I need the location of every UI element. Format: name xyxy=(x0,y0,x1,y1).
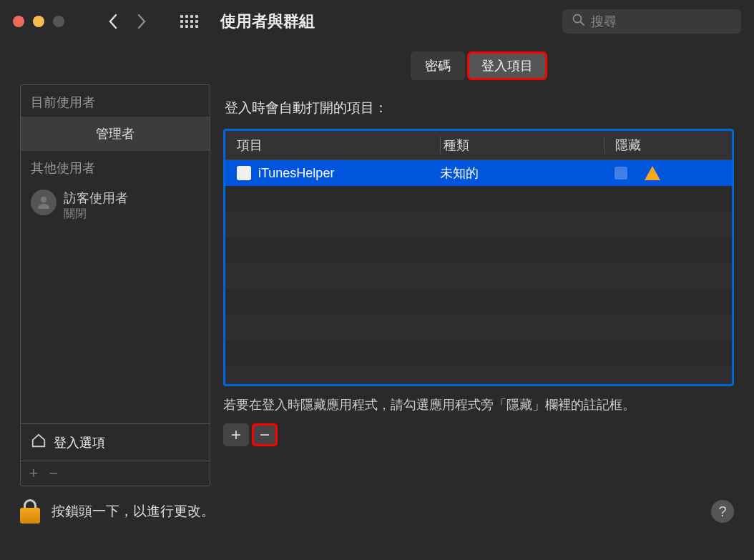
admin-label: 管理者 xyxy=(31,125,200,142)
show-all-icon[interactable] xyxy=(180,15,196,28)
window-title: 使用者與群組 xyxy=(220,11,315,32)
tabs: 密碼 登入項目 xyxy=(223,51,734,80)
other-users-header: 其他使用者 xyxy=(21,151,210,182)
table-row-empty xyxy=(225,237,732,263)
section-title: 登入時會自動打開的項目： xyxy=(225,99,734,117)
tab-password[interactable]: 密碼 xyxy=(411,51,465,80)
guest-status: 關閉 xyxy=(64,207,128,222)
hide-cell xyxy=(604,166,732,180)
search-box[interactable] xyxy=(562,9,741,34)
titlebar: 使用者與群組 xyxy=(0,0,754,43)
sidebar-footer: + − xyxy=(21,461,210,486)
sidebar-item-guest[interactable]: 訪客使用者 關閉 xyxy=(21,182,210,229)
help-button[interactable]: ? xyxy=(711,500,734,523)
login-options-button[interactable]: 登入選項 xyxy=(21,423,210,461)
action-row: + − xyxy=(223,423,734,446)
traffic-lights xyxy=(13,16,64,27)
add-user-button: + xyxy=(24,464,44,483)
main-panel: 密碼 登入項目 登入時會自動打開的項目： 項目 種類 隱藏 iTunesHelp… xyxy=(223,50,734,486)
table-row-empty xyxy=(225,315,732,340)
remove-user-button: − xyxy=(44,464,64,483)
sidebar: 目前使用者 管理者 其他使用者 訪客使用者 關閉 登入選項 + − xyxy=(20,84,210,486)
lock-icon[interactable] xyxy=(20,499,40,524)
minimize-window-button[interactable] xyxy=(33,16,44,27)
home-icon xyxy=(31,433,46,452)
avatar-icon xyxy=(31,190,57,215)
column-hide[interactable]: 隱藏 xyxy=(604,137,732,154)
lock-text: 按鎖頭一下，以進行更改。 xyxy=(52,502,215,521)
column-kind[interactable]: 種類 xyxy=(440,137,604,154)
kind-cell: 未知的 xyxy=(440,164,604,182)
search-input[interactable] xyxy=(591,14,731,29)
table-row-empty xyxy=(225,289,732,315)
item-cell: iTunesHelper xyxy=(225,166,440,181)
svg-point-2 xyxy=(41,197,46,202)
table-header: 項目 種類 隱藏 xyxy=(225,131,732,160)
guest-info: 訪客使用者 關閉 xyxy=(64,190,128,222)
table-body: iTunesHelper 未知的 xyxy=(225,160,732,386)
svg-point-0 xyxy=(574,14,582,22)
warning-icon xyxy=(645,166,660,180)
sidebar-item-admin[interactable]: 管理者 xyxy=(21,117,210,151)
hint-text: 若要在登入時隱藏應用程式，請勾選應用程式旁「隱藏」欄裡的註記框。 xyxy=(223,396,734,413)
tab-login-items[interactable]: 登入項目 xyxy=(467,51,547,80)
table-row-empty xyxy=(225,366,732,386)
app-icon xyxy=(237,166,251,180)
table-row-empty xyxy=(225,212,732,237)
hide-checkbox[interactable] xyxy=(615,167,627,180)
footer: 按鎖頭一下，以進行更改。 ? xyxy=(0,486,754,536)
table-row[interactable]: iTunesHelper 未知的 xyxy=(225,160,732,186)
close-window-button[interactable] xyxy=(13,16,24,27)
forward-button xyxy=(127,10,156,33)
back-button[interactable] xyxy=(99,10,127,33)
svg-line-1 xyxy=(581,21,584,25)
item-name: iTunesHelper xyxy=(258,166,334,181)
table-row-empty xyxy=(225,186,732,212)
add-item-button[interactable]: + xyxy=(223,423,249,446)
login-options-label: 登入選項 xyxy=(54,434,105,451)
search-icon xyxy=(572,14,585,30)
fullscreen-window-button xyxy=(53,16,64,27)
current-user-header: 目前使用者 xyxy=(21,85,210,117)
remove-item-button[interactable]: − xyxy=(252,423,278,446)
nav-buttons xyxy=(99,10,156,33)
guest-name: 訪客使用者 xyxy=(64,190,128,207)
login-items-table: 項目 種類 隱藏 iTunesHelper 未知的 xyxy=(223,129,734,386)
table-row-empty xyxy=(225,340,732,366)
column-item[interactable]: 項目 xyxy=(225,137,440,154)
table-row-empty xyxy=(225,263,732,289)
